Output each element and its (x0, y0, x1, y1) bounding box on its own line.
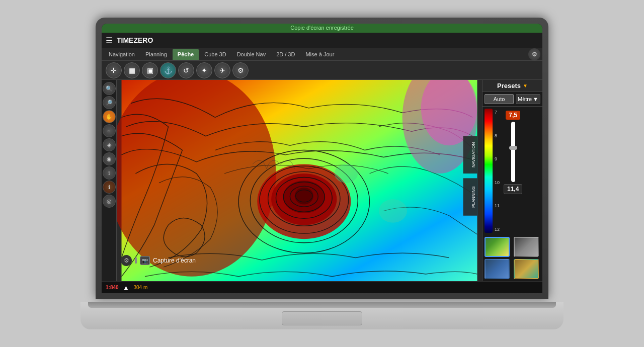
map-distance: 304 m (133, 285, 147, 290)
main-area: 🔍 🔎 ✋ ○ ◈ ◉ ⟟ ℹ ◎ (102, 80, 542, 281)
app-container: Copie d'écran enregistrée ☰ TIMEZERO Nav… (102, 24, 542, 293)
capture-icon: 📷 (140, 256, 150, 265)
screenshot-bar: Copie d'écran enregistrée (102, 24, 542, 33)
sidebar-pan-button[interactable]: ✋ (103, 110, 116, 123)
scale-label-12: 12 (495, 227, 500, 232)
svg-point-17 (379, 199, 407, 223)
map-area[interactable]: NAVIGATION PLANNING ⚙ 📷 Capture d'écran (117, 80, 482, 281)
screen-content: Copie d'écran enregistrée ☰ TIMEZERO Nav… (102, 24, 542, 293)
laptop-hinge (88, 302, 556, 308)
depth-slider[interactable] (511, 122, 515, 182)
sidebar-route-button[interactable]: ⟟ (103, 166, 116, 180)
metre-chevron-icon: ▼ (533, 96, 538, 102)
scale-label-10: 10 (495, 180, 500, 185)
chart-tool-button[interactable]: ▦ (124, 62, 140, 78)
left-sidebar: 🔍 🔎 ✋ ○ ◈ ◉ ⟟ ℹ ◎ (102, 80, 117, 281)
sidebar-waypoint-button[interactable]: ◉ (103, 152, 116, 165)
anchor-tool-button[interactable]: ⚓ (160, 62, 176, 78)
app-title: TIMEZERO (117, 36, 153, 44)
scale-label-9: 9 (495, 156, 500, 161)
tab-planning[interactable]: Planning (140, 49, 172, 60)
presets-header: Presets ▼ (482, 80, 542, 92)
bottom-bar: 1:840 ▲ 304 m (102, 281, 542, 293)
capture-strip: ⚙ 📷 Capture d'écran (121, 255, 196, 266)
metre-dropdown[interactable]: Mètre ▼ (516, 94, 540, 104)
color-scale-bar (485, 109, 493, 233)
settings-tool-button[interactable]: ⚙ (232, 62, 249, 78)
presets-label: Presets (497, 82, 521, 90)
scale-label-8: 8 (495, 133, 500, 138)
presets-chevron-icon[interactable]: ▼ (523, 83, 528, 89)
tab-peche[interactable]: Pêche (173, 49, 199, 60)
thumbnail-grayscale[interactable] (514, 237, 539, 257)
scale-label-7: 7 (495, 110, 500, 115)
capture-label: Capture d'écran (153, 257, 196, 264)
depth-controls: Auto Mètre ▼ (482, 92, 542, 107)
sidebar-layer-button[interactable]: ◈ (103, 138, 116, 151)
title-bar: ☰ TIMEZERO (102, 33, 542, 48)
route-tool-button[interactable]: ✈ (214, 62, 230, 78)
depth-slider-area: 7,5 11,4 (502, 109, 524, 233)
svg-text:NAVIGATION: NAVIGATION (471, 142, 476, 167)
screen-bezel: Copie d'écran enregistrée ☰ TIMEZERO Nav… (102, 24, 542, 293)
screenshot-notification: Copie d'écran enregistrée (290, 25, 354, 31)
map-scale: 1:840 (106, 285, 119, 290)
svg-point-16 (335, 164, 358, 183)
scale-label-11: 11 (495, 203, 500, 208)
camera-tool-button[interactable]: ▣ (142, 62, 158, 78)
tab-cube3d[interactable]: Cube 3D (199, 49, 231, 60)
thumbnail-blue-chart[interactable] (485, 259, 510, 279)
laptop-trackpad[interactable] (282, 311, 362, 325)
sidebar-extra-button[interactable]: ◎ (103, 195, 116, 208)
tool-bar: ✛ ▦ ▣ ⚓ ↺ ✦ ✈ ⚙ (102, 61, 542, 80)
tab-2d3d[interactable]: 2D / 3D (271, 49, 300, 60)
thumbnail-bathymetry-color[interactable] (485, 237, 510, 257)
tab-doublenav[interactable]: Double Nav (232, 49, 271, 60)
bottom-settings-button[interactable]: ⚙ (121, 255, 132, 266)
fish-tool-button[interactable]: ✦ (196, 62, 212, 78)
laptop-lid: Copie d'écran enregistrée ☰ TIMEZERO Nav… (96, 18, 548, 299)
depth-max-value: 11,4 (504, 184, 522, 194)
scale-labels: 7 8 9 10 11 12 (495, 109, 500, 233)
laptop-container: Copie d'écran enregistrée ☰ TIMEZERO Nav… (80, 18, 564, 329)
tab-navigation[interactable]: Navigation (104, 49, 140, 60)
divider (135, 257, 137, 264)
sidebar-measure-button[interactable]: ○ (103, 124, 116, 137)
bathymetric-map: NAVIGATION PLANNING (117, 80, 482, 281)
sidebar-zoom-in-button[interactable]: 🔍 (103, 82, 116, 95)
thumbnails-area (482, 235, 542, 281)
svg-text:PLANNING: PLANNING (471, 186, 476, 208)
rotate-tool-button[interactable]: ↺ (178, 62, 194, 78)
depth-min-value: 7,5 (506, 111, 520, 120)
auto-depth-button[interactable]: Auto (485, 94, 514, 104)
right-panel: Presets ▼ Auto Mètre ▼ (482, 80, 542, 281)
thumbnail-satellite[interactable] (514, 259, 539, 279)
sidebar-zoom-out-button[interactable]: 🔎 (103, 96, 116, 109)
tab-bar: Navigation Planning Pêche Cube 3D Double (102, 48, 542, 61)
slider-thumb (509, 146, 517, 150)
laptop-base (80, 302, 564, 329)
north-arrow-icon: ▲ (123, 284, 130, 292)
compass-tool-button[interactable]: ✛ (106, 62, 122, 78)
scale-slider-area: 7 8 9 10 11 12 7,5 (482, 107, 542, 235)
settings-gear-icon[interactable]: ⚙ (528, 48, 540, 60)
hamburger-icon[interactable]: ☰ (106, 36, 113, 45)
tab-majour[interactable]: Mise à Jour (300, 49, 339, 60)
sidebar-info-button[interactable]: ℹ (103, 181, 116, 194)
